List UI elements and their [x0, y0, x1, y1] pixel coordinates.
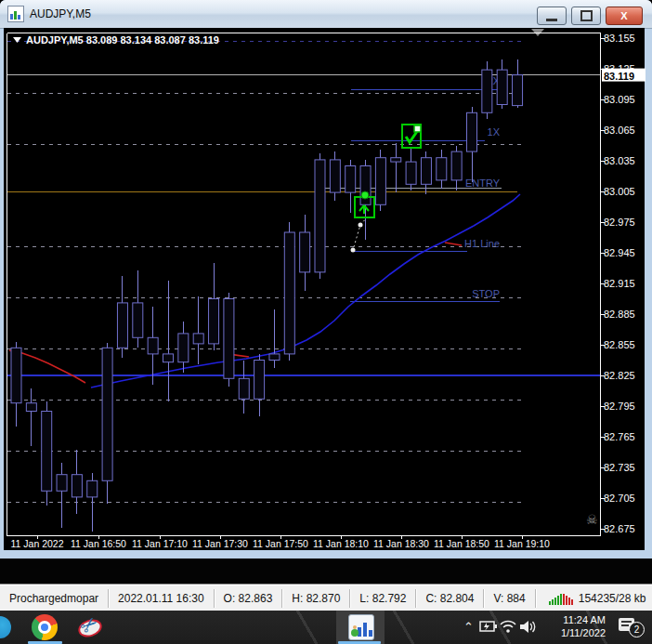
- trail-dot: [359, 223, 363, 228]
- candle-body: [72, 475, 82, 497]
- status-high: H: 82.870: [282, 589, 350, 608]
- candle-body: [284, 232, 294, 354]
- check-corner-square: [414, 125, 421, 132]
- notification-badge: 2: [629, 622, 645, 637]
- clock-date: 1/11/2022: [561, 626, 606, 639]
- status-volume: V: 884: [484, 589, 535, 608]
- bid-price-text: 83.119: [604, 71, 634, 82]
- moving-averages: [9, 194, 520, 388]
- time-axis-label: 11 Jan 18:30: [373, 538, 429, 549]
- candle-body: [421, 158, 431, 185]
- horizontal-lines: [7, 75, 600, 375]
- level-label-1x: 1X: [488, 126, 501, 138]
- candle-body: [437, 158, 447, 180]
- telegram-icon[interactable]: [0, 616, 11, 638]
- symbol-dropdown-icon: [13, 37, 21, 43]
- chart-header-text: AUDJPY,M5 83.089 83.134 83.087 83.119: [26, 34, 219, 46]
- candle-body: [224, 299, 234, 379]
- taskbar-clock[interactable]: 11:24 AM 1/11/2022: [561, 613, 606, 639]
- chrome-icon[interactable]: [31, 612, 59, 641]
- candle-body: [239, 378, 249, 399]
- candle-body: [315, 160, 325, 272]
- price-axis-label: 82.915: [604, 278, 635, 289]
- grid-lines: [7, 41, 525, 502]
- time-axis-label: 11 Jan 17:30: [192, 538, 248, 549]
- signal-dot: [361, 191, 369, 199]
- desktop: { "window": { "title": "AUDJPY,M5", "con…: [0, 0, 652, 644]
- time-axis-label: 11 Jan 17:50: [253, 538, 308, 549]
- status-candle-time: 2022.01.11 16:30: [109, 589, 215, 608]
- action-center-icon[interactable]: 2: [617, 617, 645, 637]
- chart-window: AUDJPY,M5 X 2X1XENTRYH1 LineSTOP☠AUDJPY,…: [0, 0, 652, 559]
- price-axis-label: 82.795: [604, 401, 635, 412]
- candle-body: [209, 299, 219, 344]
- status-close: C: 82.804: [416, 589, 484, 608]
- status-traffic: 154235/28 kb: [579, 592, 646, 605]
- price-axis-label: 83.095: [604, 94, 635, 105]
- candle-body: [117, 303, 127, 348]
- candle-body: [102, 348, 112, 480]
- candle-body: [346, 166, 356, 193]
- up-arrow-icon: [359, 205, 369, 214]
- price-axis-label: 82.825: [604, 370, 635, 381]
- terminal-status-bar: Prochargedmopar 2022.01.11 16:30 O: 82.8…: [0, 585, 652, 611]
- trail-dot: [351, 248, 356, 253]
- tray-chevron-icon[interactable]: ⌃: [463, 620, 474, 634]
- candle-body: [451, 151, 462, 180]
- price-axis[interactable]: 83.15583.12583.09583.06583.03583.00582.9…: [600, 33, 645, 534]
- candle-body: [375, 158, 385, 205]
- taskbar: ✂ ⌃ 11:24 AM 1/11/2022 2: [0, 611, 652, 644]
- price-axis-label: 83.035: [604, 155, 635, 166]
- snipping-tool-icon[interactable]: ✂: [76, 612, 106, 641]
- candle-body: [482, 70, 492, 112]
- price-axis-label: 82.945: [604, 247, 635, 258]
- h1-trend-ma-blue: [91, 194, 520, 388]
- candle-body: [178, 334, 189, 362]
- candle-body: [42, 412, 52, 492]
- time-axis-label: 11 Jan 18:10: [313, 538, 369, 549]
- candle-body: [11, 348, 21, 402]
- status-low: L: 82.792: [350, 589, 416, 608]
- candle-body: [254, 361, 265, 400]
- price-chart[interactable]: 2X1XENTRYH1 LineSTOP☠AUDJPY,M5 83.089 83…: [0, 0, 652, 559]
- candle-body: [163, 354, 174, 362]
- candle-body: [148, 337, 158, 354]
- volume-icon[interactable]: [519, 620, 537, 634]
- candle-body: [513, 75, 523, 106]
- price-axis-label: 82.735: [604, 462, 635, 473]
- candle-body: [497, 70, 507, 104]
- time-axis-label: 11 Jan 2022: [10, 538, 63, 549]
- time-axis-label: 11 Jan 16:50: [71, 538, 126, 549]
- battery-icon[interactable]: [479, 620, 498, 633]
- candle-body: [133, 303, 143, 337]
- connection-signal-icon: [549, 592, 573, 605]
- clock-time: 11:24 AM: [561, 613, 606, 626]
- level-label-stop: STOP: [472, 288, 500, 299]
- price-axis-label: 83.155: [604, 33, 635, 44]
- annotations: ☠: [351, 29, 598, 527]
- status-open: O: 82.863: [215, 589, 283, 608]
- time-axis-label: 11 Jan 17:10: [132, 538, 188, 549]
- price-axis-label: 82.675: [604, 523, 635, 534]
- candle-body: [406, 162, 416, 184]
- price-axis-label: 82.855: [604, 339, 635, 350]
- time-axis[interactable]: 11 Jan 202211 Jan 16:5011 Jan 17:1011 Ja…: [10, 535, 550, 549]
- candle-body: [467, 112, 477, 151]
- wifi-icon[interactable]: [500, 620, 516, 633]
- price-axis-label: 82.705: [604, 493, 635, 504]
- time-axis-label: 11 Jan 19:10: [494, 538, 550, 549]
- level-label-h1-line: H1 Line: [464, 238, 500, 249]
- metatrader-icon[interactable]: [348, 612, 374, 641]
- candle-body: [300, 232, 310, 272]
- price-axis-label: 82.765: [604, 431, 635, 442]
- price-axis-label: 82.885: [604, 309, 635, 320]
- candlesticks: [11, 59, 523, 532]
- fast-ma-red: [445, 243, 462, 245]
- chart-header[interactable]: AUDJPY,M5 83.089 83.134 83.087 83.119: [13, 34, 219, 46]
- level-label-entry: ENTRY: [465, 177, 501, 189]
- candle-body: [193, 334, 203, 344]
- status-account[interactable]: Prochargedmopar: [0, 589, 109, 608]
- skull-icon: ☠: [586, 512, 598, 527]
- candle-body: [330, 160, 340, 192]
- candle-body: [57, 475, 67, 492]
